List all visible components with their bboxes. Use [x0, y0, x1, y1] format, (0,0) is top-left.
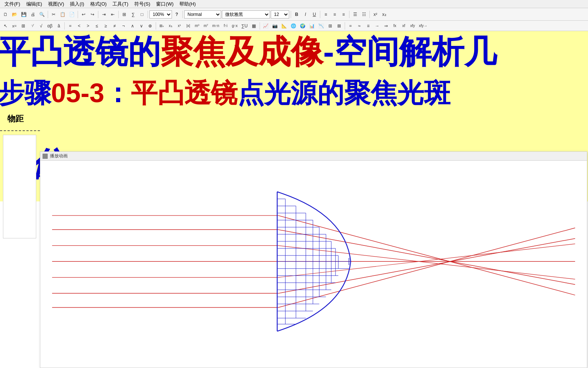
italic-button[interactable]: I: [301, 10, 310, 19]
equiv-sym[interactable]: ≡: [364, 21, 372, 30]
or-sym[interactable]: ∨: [137, 21, 145, 30]
hat-button[interactable]: â: [55, 21, 63, 30]
copy-button[interactable]: 📋: [58, 10, 67, 19]
globe-sym[interactable]: 🌐: [289, 21, 298, 30]
mTn-sym[interactable]: m↑n: [211, 21, 221, 30]
step-lens: 平凸透镜: [131, 78, 237, 108]
ge-sym[interactable]: ≥: [102, 21, 110, 30]
chart-sym[interactable]: 📊: [308, 21, 316, 30]
grid-sym[interactable]: ⊞: [326, 21, 334, 30]
gt-sym[interactable]: >: [84, 21, 92, 30]
sep-t2-4: [345, 22, 345, 30]
fontsize-select[interactable]: 12 14 16 18 24: [271, 10, 289, 19]
sep8: [320, 11, 320, 18]
svg-line-10: [278, 245, 575, 279]
save-button[interactable]: 💾: [20, 10, 28, 19]
svg-line-1: [278, 215, 575, 295]
eq-button[interactable]: x=: [10, 21, 18, 30]
preview-button[interactable]: 🔍: [38, 10, 46, 19]
frac-button[interactable]: ⁻⁄: [28, 21, 36, 30]
new-button[interactable]: 🗋: [1, 10, 10, 19]
app-sym[interactable]: ⊠: [335, 21, 343, 30]
oplus-sym[interactable]: ⊕: [146, 21, 154, 30]
redo-button[interactable]: ↪: [88, 10, 97, 19]
block-sym[interactable]: ▦: [250, 21, 258, 30]
graph-sym[interactable]: 📈: [261, 21, 270, 30]
svg-line-8: [278, 228, 575, 308]
print-button[interactable]: 🖨: [29, 10, 37, 19]
fi-sym[interactable]: f↑i: [222, 21, 230, 30]
num-list-button[interactable]: ☷: [360, 10, 368, 19]
bar-sym[interactable]: 📉: [317, 21, 325, 30]
font-select[interactable]: 微软雅黑 宋体 黑体: [222, 10, 270, 19]
cut-button[interactable]: ✂: [50, 10, 58, 19]
and-sym[interactable]: ∧: [128, 21, 136, 30]
xsub-sym[interactable]: x₁: [166, 21, 175, 30]
xfy-sym[interactable]: xfy: [409, 21, 417, 30]
cursor-button[interactable]: ↖: [1, 21, 10, 30]
align-right-button[interactable]: ≡: [339, 10, 348, 19]
step-colon: ：: [104, 78, 131, 108]
menu-tools[interactable]: 工具(T): [109, 1, 131, 7]
zoom-select[interactable]: 100% 75% 50% 150%: [149, 10, 172, 19]
align-left-button[interactable]: ≡: [322, 10, 330, 19]
menu-file[interactable]: 文件(F): [1, 1, 23, 7]
underline-button[interactable]: U: [310, 10, 318, 19]
paste-button[interactable]: 📄: [68, 10, 76, 19]
step-rest: 点光源的聚焦光斑: [237, 78, 450, 108]
title-red-part1: 聚焦及成像: [160, 33, 323, 70]
norm-sym[interactable]: m⁰: [193, 21, 201, 30]
menu-help[interactable]: 帮助(H): [176, 1, 199, 7]
align-center-button[interactable]: ≡: [331, 10, 339, 19]
camera-sym[interactable]: 📷: [271, 21, 279, 30]
darrow-sym[interactable]: ⇒: [382, 21, 390, 30]
rarrow-sym[interactable]: →: [373, 21, 381, 30]
ne-sym[interactable]: ≠: [111, 21, 119, 30]
sqrt-button[interactable]: √: [37, 21, 45, 30]
eq-sym[interactable]: =: [66, 21, 74, 30]
menu-insert[interactable]: 插入(I): [67, 1, 87, 7]
menu-symbol[interactable]: 符号(S): [131, 1, 153, 7]
not-sym[interactable]: ¬: [119, 21, 128, 30]
sigma-sym[interactable]: ∑U: [240, 21, 249, 30]
fx-sym[interactable]: fx: [391, 21, 399, 30]
sep-t2-1: [64, 22, 65, 30]
insert-obj-button[interactable]: □: [138, 10, 146, 19]
measure-sym[interactable]: 📐: [280, 21, 288, 30]
indent-button[interactable]: ⇥: [100, 10, 108, 19]
abs-sym[interactable]: |x|: [184, 21, 192, 30]
style-select[interactable]: Normal Heading 1 Heading 2: [184, 10, 221, 19]
xfyr-sym[interactable]: xfy→: [418, 21, 429, 30]
xf-sym[interactable]: xf: [400, 21, 408, 30]
help-icon-button[interactable]: ?: [173, 10, 181, 19]
mT-sym[interactable]: mᵀ: [202, 21, 210, 30]
xsuper-sym[interactable]: x¹: [175, 21, 183, 30]
svg-line-3: [278, 230, 575, 284]
gx-sym[interactable]: g↑x: [230, 21, 239, 30]
subscript-button[interactable]: x₂: [380, 10, 388, 19]
open-button[interactable]: 📂: [10, 10, 19, 19]
anim-body[interactable]: [40, 161, 587, 368]
matrix-button[interactable]: ⊞: [19, 21, 27, 30]
subscript-sym[interactable]: ⊞ₓ: [158, 21, 166, 30]
list-button[interactable]: ☰: [351, 10, 359, 19]
menu-format[interactable]: 格式(O): [87, 1, 110, 7]
menu-window[interactable]: 窗口(W): [153, 1, 176, 7]
menu-view[interactable]: 视图(V): [45, 1, 67, 7]
approx-sym[interactable]: ≈: [355, 21, 364, 30]
outdent-button[interactable]: ⇤: [109, 10, 117, 19]
alpha-button[interactable]: αβ: [46, 21, 54, 30]
le-sym[interactable]: ≤: [93, 21, 101, 30]
eq2-sym[interactable]: =: [347, 21, 355, 30]
undo-button[interactable]: ↩: [80, 10, 88, 19]
anim-titlebar: 播放动画: [40, 152, 587, 161]
earth-sym[interactable]: 🌍: [298, 21, 307, 30]
menu-edit[interactable]: 编辑(E): [23, 1, 45, 7]
step-number: 05-3: [51, 78, 104, 108]
formula-button[interactable]: ∑: [129, 10, 137, 19]
superscript-button[interactable]: x²: [371, 10, 379, 19]
lt-sym[interactable]: <: [75, 21, 83, 30]
table-button[interactable]: ⊞: [120, 10, 128, 19]
title-blue-part2: -空间解析几: [323, 33, 497, 70]
bold-button[interactable]: B: [293, 10, 301, 19]
